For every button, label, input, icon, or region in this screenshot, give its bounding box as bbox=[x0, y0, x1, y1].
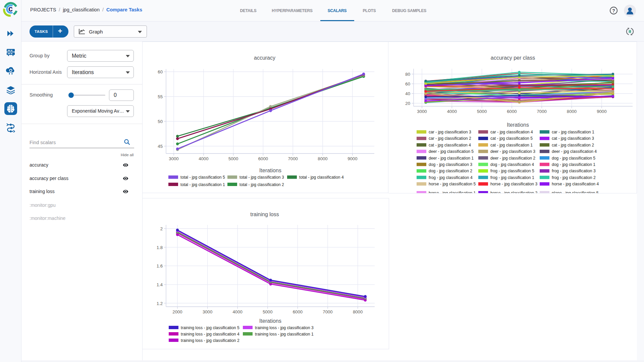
svg-text:5000: 5000 bbox=[477, 109, 487, 114]
svg-text:6000: 6000 bbox=[293, 309, 303, 314]
svg-text:deer - jpg classification 1: deer - jpg classification 1 bbox=[429, 156, 474, 161]
svg-text:5000: 5000 bbox=[263, 309, 272, 314]
svg-text:cat - jpg classification 2: cat - jpg classification 2 bbox=[552, 143, 594, 147]
svg-text:dog - jpg classification 2: dog - jpg classification 2 bbox=[429, 169, 472, 173]
svg-text:8000: 8000 bbox=[353, 309, 363, 314]
svg-text:7000: 7000 bbox=[537, 109, 547, 114]
svg-text:dog - jpg classification 5: dog - jpg classification 5 bbox=[552, 156, 595, 161]
svg-text:car - jpg classification 2: car - jpg classification 2 bbox=[429, 136, 471, 141]
svg-text:5000: 5000 bbox=[228, 156, 238, 161]
svg-text:?: ? bbox=[612, 8, 615, 13]
svg-text:6000: 6000 bbox=[258, 156, 268, 161]
svg-text:4000: 4000 bbox=[447, 109, 457, 114]
svg-text:training loss - jpg classifica: training loss - jpg classification 1 bbox=[255, 332, 314, 337]
svg-text:deer - jpg classification 5: deer - jpg classification 5 bbox=[429, 149, 474, 154]
svg-text:car - jpg classification 4: car - jpg classification 4 bbox=[490, 130, 533, 134]
svg-text:horse - jpg classification 5: horse - jpg classification 5 bbox=[429, 182, 476, 186]
svg-text:horse - jpg classification 2: horse - jpg classification 2 bbox=[490, 191, 537, 194]
svg-text:deer - jpg classification 3: deer - jpg classification 3 bbox=[490, 149, 535, 154]
svg-text:Iterations: Iterations bbox=[259, 318, 281, 324]
svg-text:3000: 3000 bbox=[169, 156, 178, 161]
svg-text:dog - jpg classification 1: dog - jpg classification 1 bbox=[552, 162, 595, 167]
svg-text:9000: 9000 bbox=[347, 156, 357, 161]
svg-text:horse - jpg classification 4: horse - jpg classification 4 bbox=[552, 182, 599, 186]
svg-text:1.6: 1.6 bbox=[157, 263, 163, 268]
svg-text:1.4: 1.4 bbox=[157, 282, 163, 287]
svg-text:total - jpg classification 3: total - jpg classification 3 bbox=[239, 175, 284, 180]
svg-text:training loss - jpg classifica: training loss - jpg classification 2 bbox=[181, 338, 239, 343]
svg-text:car - jpg classification 3: car - jpg classification 3 bbox=[429, 130, 471, 134]
svg-text:80: 80 bbox=[405, 72, 410, 77]
svg-text:40: 40 bbox=[405, 91, 410, 96]
svg-text:deer - jpg classification 2: deer - jpg classification 2 bbox=[490, 156, 535, 161]
svg-text:frog - jpg classification 4: frog - jpg classification 4 bbox=[429, 175, 473, 180]
svg-text:plane - jpg classification 5: plane - jpg classification 5 bbox=[552, 191, 599, 194]
svg-text:1.8: 1.8 bbox=[157, 245, 163, 250]
svg-text:dog - jpg classification 3: dog - jpg classification 3 bbox=[429, 162, 472, 167]
svg-text:deer - jpg classification 4: deer - jpg classification 4 bbox=[552, 149, 597, 154]
svg-text:c: c bbox=[8, 4, 12, 13]
svg-text:4000: 4000 bbox=[199, 156, 208, 161]
svg-text:horse - jpg classification 1: horse - jpg classification 1 bbox=[429, 191, 476, 194]
svg-text:frog - jpg classification 2: frog - jpg classification 2 bbox=[552, 175, 596, 180]
svg-text:50: 50 bbox=[158, 119, 163, 124]
svg-text:training loss - jpg classifica: training loss - jpg classification 3 bbox=[255, 325, 314, 330]
svg-text:frog - jpg classification 5: frog - jpg classification 5 bbox=[490, 169, 534, 173]
svg-text:6000: 6000 bbox=[507, 109, 517, 114]
svg-text:55: 55 bbox=[158, 94, 163, 99]
svg-text:3000: 3000 bbox=[203, 309, 212, 314]
svg-text:4000: 4000 bbox=[233, 309, 243, 314]
svg-text:cat - jpg classification 4: cat - jpg classification 4 bbox=[429, 143, 471, 147]
svg-text:training loss - jpg classifica: training loss - jpg classification 5 bbox=[181, 325, 239, 330]
svg-text:dog - jpg classification 4: dog - jpg classification 4 bbox=[490, 162, 534, 167]
svg-text:60: 60 bbox=[158, 69, 163, 74]
svg-text:total - jpg classification 4: total - jpg classification 4 bbox=[299, 175, 344, 180]
svg-text:total - jpg classification 1: total - jpg classification 1 bbox=[180, 182, 225, 187]
svg-text:total - jpg classification 2: total - jpg classification 2 bbox=[239, 182, 284, 187]
svg-text:45: 45 bbox=[158, 144, 163, 149]
svg-text:accuracy: accuracy bbox=[254, 55, 275, 61]
svg-text:Iterations: Iterations bbox=[259, 168, 281, 173]
svg-text:2000: 2000 bbox=[172, 309, 182, 314]
svg-text:frog - jpg classification 3: frog - jpg classification 3 bbox=[552, 169, 596, 173]
svg-text:1.2: 1.2 bbox=[157, 301, 163, 306]
svg-text:cat - jpg classification 5: cat - jpg classification 5 bbox=[490, 136, 533, 141]
svg-text:7000: 7000 bbox=[323, 309, 332, 314]
svg-text:2: 2 bbox=[160, 226, 163, 231]
svg-text:9000: 9000 bbox=[597, 109, 606, 114]
svg-text:7000: 7000 bbox=[288, 156, 298, 161]
svg-text:horse - jpg classification 3: horse - jpg classification 3 bbox=[490, 182, 537, 186]
svg-text:accuracy per class: accuracy per class bbox=[491, 55, 535, 61]
svg-text:20: 20 bbox=[405, 101, 410, 106]
svg-text:Iterations: Iterations bbox=[507, 122, 529, 128]
svg-text:3000: 3000 bbox=[417, 109, 427, 114]
svg-text:training loss - jpg classifica: training loss - jpg classification 4 bbox=[181, 332, 239, 337]
svg-text:total - jpg classification 5: total - jpg classification 5 bbox=[180, 175, 225, 180]
svg-text:frog - jpg classification 1: frog - jpg classification 1 bbox=[490, 175, 534, 180]
svg-text:8000: 8000 bbox=[318, 156, 327, 161]
svg-text:cat - jpg classification 1: cat - jpg classification 1 bbox=[490, 143, 533, 147]
svg-text:training loss: training loss bbox=[250, 212, 279, 217]
svg-text:8000: 8000 bbox=[567, 109, 577, 114]
svg-text:cat - jpg classification 3: cat - jpg classification 3 bbox=[552, 136, 594, 141]
svg-text:car - jpg classification 1: car - jpg classification 1 bbox=[552, 130, 594, 134]
svg-text:60: 60 bbox=[405, 81, 410, 86]
